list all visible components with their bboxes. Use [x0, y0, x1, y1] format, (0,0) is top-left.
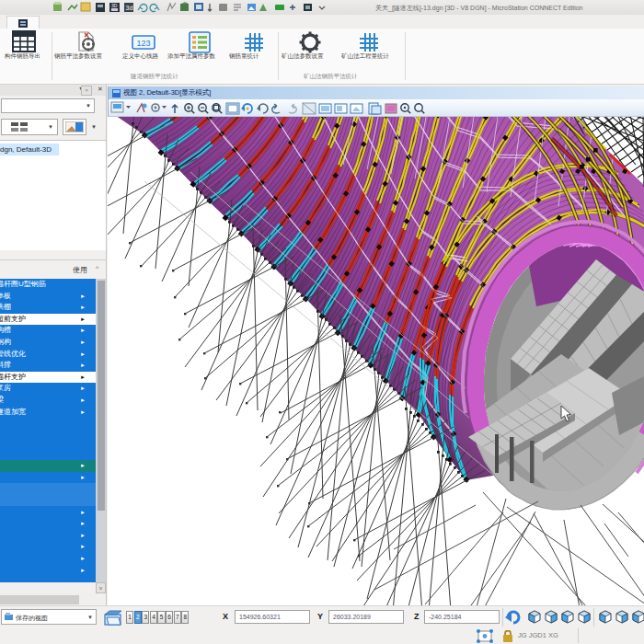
- svg-text:3d: 3d: [126, 5, 133, 11]
- svg-text:123: 123: [136, 39, 150, 48]
- svg-text:3D: 3D: [111, 3, 118, 8]
